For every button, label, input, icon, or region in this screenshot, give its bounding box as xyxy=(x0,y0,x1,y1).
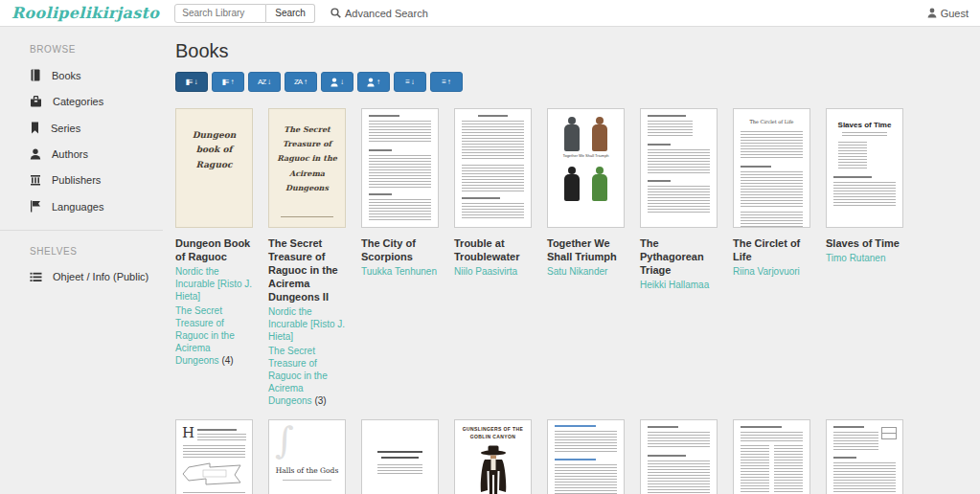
book-author-link[interactable]: Nordic the Incurable [Risto J. Hieta] xyxy=(175,265,254,303)
book-card: Trouble at Troublewater Niilo Paasivirta xyxy=(454,108,547,278)
author-sort-down-button[interactable]: ↓ xyxy=(321,72,353,92)
book-cover[interactable]: ∫ ∫ Halls of the Gods xyxy=(268,419,346,494)
book-icon xyxy=(30,69,41,81)
book-author-link[interactable]: Tuukka Tenhunen xyxy=(361,265,440,278)
book-card: Hallowed Be Her Name Sampo Haarlaa xyxy=(361,419,454,494)
book-author-link[interactable]: Timo Rutanen xyxy=(826,252,904,264)
book-cover[interactable]: The Circlet of Life xyxy=(733,108,810,228)
book-card: Together We Shall Triumph Together We Sh… xyxy=(547,108,640,278)
book-cover[interactable] xyxy=(733,419,810,494)
sidebar-item-label: Ohjeet / Info (Public) xyxy=(53,271,148,282)
sidebar-item-label: Languages xyxy=(52,201,103,213)
sidebar-item-publishers[interactable]: Publishers xyxy=(30,174,171,186)
book-title-link[interactable]: Dungeon Book of Raguoc xyxy=(175,236,254,263)
book-card: A Shortcut to Fortune Ville Lehtola xyxy=(826,419,919,494)
cover-art: H xyxy=(176,420,252,441)
book-author-link[interactable]: Riina Varjovuori xyxy=(733,265,811,278)
book-title-link[interactable]: Slaves of Time xyxy=(826,236,904,250)
sidebar-item-series[interactable]: Series xyxy=(30,122,171,134)
sidebar-item-label: Authors xyxy=(52,148,88,160)
user-menu[interactable]: Guest xyxy=(927,8,969,19)
book-cover[interactable]: Gunslingers of the Goblin Canyon Weird W… xyxy=(454,419,532,494)
search-icon xyxy=(330,8,341,18)
ribbon-art xyxy=(182,462,247,487)
list-sort-down-icon: ≡ xyxy=(405,79,409,86)
sidebar: BROWSE Books Categories Series Authors P… xyxy=(0,27,171,282)
book-cover[interactable]: Together We Shall Triumph xyxy=(547,108,625,228)
briefcase-icon xyxy=(30,96,42,107)
cover-title-text: Dungeon book of Raguoc xyxy=(176,109,252,172)
cover-art xyxy=(648,115,686,117)
book-cover[interactable]: Dungeon book of Raguoc xyxy=(175,108,253,228)
book-cover[interactable]: Slaves of Time xyxy=(826,108,903,228)
book-card: Slaves of Time Slaves of Time Timo Rutan… xyxy=(826,108,919,264)
browse-header: BROWSE xyxy=(30,44,171,55)
book-cover[interactable] xyxy=(640,419,718,494)
sidebar-item-authors[interactable]: Authors xyxy=(30,148,171,160)
book-cover[interactable] xyxy=(640,108,718,228)
book-cover[interactable]: H xyxy=(175,419,253,494)
book-cover[interactable] xyxy=(361,108,439,228)
cover-art xyxy=(842,132,887,136)
cover-art xyxy=(281,216,333,217)
alpha-sort-up-icon: ZA xyxy=(294,79,302,86)
book-card: The Pythagorean Triage Heikki Hallamaa xyxy=(640,108,733,291)
book-title-link[interactable]: The Pythagorean Triage xyxy=(640,236,718,277)
book-cover[interactable] xyxy=(361,419,439,494)
sidebar-item-label: Series xyxy=(51,123,80,134)
book-title-link[interactable]: The City of Scorpions xyxy=(361,236,440,263)
book-sort-up-button[interactable]: ▮≡↑ xyxy=(212,72,244,92)
series-count: (4) xyxy=(221,355,233,366)
book-card: H Hostages in the Wizard Academy Wille R… xyxy=(175,419,268,494)
book-cover[interactable] xyxy=(454,108,532,228)
cover-art xyxy=(648,426,678,428)
cover-art xyxy=(741,426,782,428)
book-author-link[interactable]: Nordic the Incurable [Risto J. Hieta] xyxy=(268,305,347,343)
alpha-sort-down-button[interactable]: AZ↓ xyxy=(248,72,281,92)
cover-art xyxy=(283,480,331,481)
book-sort-up-icon: ▮≡ xyxy=(221,79,228,86)
search-group: Search xyxy=(174,4,315,23)
alpha-sort-up-button[interactable]: ZA↑ xyxy=(285,72,317,92)
cover-title-text: Gunslingers of the Goblin Canyon xyxy=(455,420,531,440)
search-input[interactable] xyxy=(174,4,266,23)
user-name: Guest xyxy=(941,8,969,19)
sidebar-item-books[interactable]: Books xyxy=(30,69,171,81)
cover-title-text: Together We Shall Triumph xyxy=(548,153,624,158)
book-author-link[interactable]: Heikki Hallamaa xyxy=(640,279,718,291)
sidebar-item-categories[interactable]: Categories xyxy=(30,96,171,107)
book-card: Dungeons Are Real Jonas Mustonen xyxy=(640,419,733,494)
cover-art xyxy=(741,131,803,160)
list-sort-up-button[interactable]: ≡↑ xyxy=(430,72,463,92)
book-cover[interactable] xyxy=(826,419,903,494)
cover-dropcap: H xyxy=(182,426,194,441)
book-cover[interactable] xyxy=(547,419,625,494)
author-sort-up-button[interactable]: ↑ xyxy=(357,72,390,92)
app-logo[interactable]: Roolipelikirjasto xyxy=(11,4,159,22)
book-author-link[interactable]: Niilo Paasivirta xyxy=(454,265,533,278)
sidebar-item-shelf-info[interactable]: Ohjeet / Info (Public) xyxy=(30,271,171,282)
book-sort-down-button[interactable]: ▮≡↓ xyxy=(175,72,208,92)
book-title-link[interactable]: The Secret Treasure of Raguoc in the Aci… xyxy=(268,236,347,303)
sidebar-divider xyxy=(0,230,163,231)
list-sort-down-button[interactable]: ≡↓ xyxy=(394,72,426,92)
book-title-link[interactable]: Trouble at Troublewater xyxy=(454,236,533,263)
search-button[interactable]: Search xyxy=(266,4,315,23)
user-icon xyxy=(30,148,41,160)
book-author-link[interactable]: Satu Nikander xyxy=(547,265,626,278)
shelves-header: SHELVES xyxy=(30,246,171,257)
book-card: Gunslingers of the Goblin Canyon Weird W… xyxy=(454,419,547,494)
flag-icon xyxy=(30,200,41,213)
book-cover[interactable]: The Secret Treasure of Raguoc in the Aci… xyxy=(268,108,346,228)
advanced-search-link[interactable]: Advanced Search xyxy=(330,8,428,19)
book-series: The Secret Treasure of Raguoc in the Aci… xyxy=(175,304,254,367)
book-grid: Dungeon book of Raguoc Dungeon Book of R… xyxy=(175,108,970,494)
book-title-link[interactable]: Together We Shall Triumph xyxy=(547,236,626,263)
bookmark-icon xyxy=(30,122,40,134)
book-card: Foo Dogs of the Heavenly Jade Temple Eer… xyxy=(547,419,640,494)
cover-art xyxy=(555,425,596,427)
sidebar-item-label: Publishers xyxy=(52,174,101,186)
book-title-link[interactable]: The Circlet of Life xyxy=(733,236,811,263)
book-card: The Circlet of Life The Circlet of Life … xyxy=(733,108,826,278)
sidebar-item-languages[interactable]: Languages xyxy=(30,200,171,213)
